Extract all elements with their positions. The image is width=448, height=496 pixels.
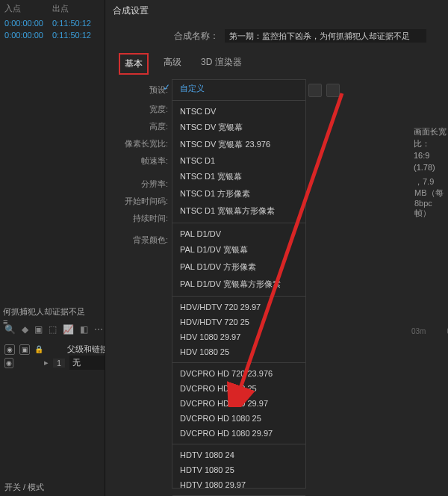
dropdown-item[interactable]: DVCPRO HD 720 25 (172, 381, 305, 396)
more-icon[interactable]: ⋯ (94, 324, 103, 335)
footer-toggle[interactable]: 开关 / 模式 (0, 479, 105, 496)
time-out: 0:11:50:12 (52, 19, 100, 28)
dropdown-separator (172, 296, 305, 297)
time-in: 0:00:00:00 (4, 19, 52, 28)
dropdown-item[interactable]: HDV 1080 25 (172, 344, 305, 359)
dropdown-item[interactable]: NTSC DV (172, 104, 305, 119)
tab-3d-renderer[interactable]: 3D 渲染器 (196, 53, 246, 75)
time-in: 0:00:00:00 (4, 31, 52, 40)
dropdown-item[interactable]: DVCPRO HD 1080 29.97 (172, 426, 305, 441)
eye-toggle[interactable]: ◉ (4, 358, 13, 368)
delete-preset-icon[interactable] (326, 84, 340, 97)
chevron-right-icon[interactable]: ▸ (44, 358, 49, 368)
dropdown-item-selected[interactable]: 自定义 (172, 80, 305, 97)
start-tc-label: 开始时间码: (116, 196, 174, 207)
dropdown-item[interactable]: DVCPRO HD 720 29.97 (172, 396, 305, 411)
preset-dropdown[interactable]: 自定义NTSC DVNTSC DV 宽银幕NTSC DV 宽银幕 23.976N… (172, 79, 306, 489)
dropdown-item[interactable]: NTSC D1 (172, 153, 305, 168)
comp-name-label: 合成名称： (174, 30, 219, 43)
outpoint-header: 出点 (52, 3, 100, 14)
dropdown-item[interactable]: DVCPRO HD 1080 25 (172, 411, 305, 426)
ruler-tick: 03m (411, 327, 426, 335)
resolution-info: ，7.9 MB（每 8bpc 帧） (414, 176, 448, 219)
bgcolor-label: 背景颜色: (116, 235, 174, 246)
dropdown-item[interactable]: HDV/HDTV 720 25 (172, 314, 305, 329)
dropdown-separator (172, 362, 305, 363)
width-label: 宽度: (116, 104, 174, 115)
duration-label: 持续时间: (116, 213, 174, 224)
dropdown-item[interactable]: NTSC D1 宽银幕方形像素 (172, 202, 305, 220)
comp-name-field: 合成名称： (174, 29, 448, 43)
dropdown-item[interactable]: NTSC DV 宽银幕 23.976 (172, 136, 305, 153)
fps-label: 帧速率: (116, 155, 174, 167)
time-out: 0:11:50:12 (52, 31, 100, 40)
save-preset-icon[interactable] (308, 84, 322, 97)
time-row[interactable]: 0:00:00:00 0:11:50:12 (0, 29, 105, 41)
dropdown-item[interactable]: NTSC D1 方形像素 (172, 185, 305, 202)
dropdown-separator (172, 444, 305, 444)
dropdown-item[interactable]: PAL D1/DV 宽银幕 (172, 241, 305, 258)
dropdown-item[interactable]: NTSC DV 宽银幕 (172, 119, 305, 136)
graph-icon[interactable]: 📈 (63, 324, 74, 335)
dropdown-item[interactable]: HDTV 1080 25 (172, 462, 305, 477)
comp-name-input[interactable] (225, 29, 426, 43)
tabs: 基本 高级 3D 渲染器 (119, 53, 448, 75)
screen-aspect-label: 画面长宽比： (414, 125, 448, 149)
aspect-label: 像素长宽比: (116, 138, 174, 149)
snap-icon[interactable]: ◧ (80, 324, 88, 335)
time-ruler: 03m 04m 05m 06m (411, 327, 447, 335)
search-icon[interactable]: 🔍 (4, 324, 16, 335)
height-label: 高度: (116, 121, 174, 132)
dropdown-item[interactable]: HDTV 1080 29.97 (172, 477, 305, 492)
screen-aspect: 画面长宽比： 16:9 (1.78) (414, 125, 448, 173)
left-panel: 入点 出点 0:00:00:00 0:11:50:12 0:00:00:00 0… (0, 0, 105, 496)
dropdown-item[interactable]: DVCPRO HD 720 23.976 (172, 366, 305, 381)
dropdown-item[interactable]: HDV/HDTV 720 29.97 (172, 300, 305, 314)
check-icon: ✓ (163, 82, 170, 93)
time-row[interactable]: 0:00:00:00 0:11:50:12 (0, 17, 105, 29)
eye-icon[interactable]: ◉ (4, 344, 15, 355)
dropdown-item[interactable]: NTSC D1 宽银幕 (172, 168, 305, 185)
dropdown-item[interactable]: PAL D1/DV 宽银幕方形像素 (172, 276, 305, 293)
resolution-label: 分辨率: (116, 179, 174, 190)
dropdown-item[interactable]: HDTV 1080 24 (172, 447, 305, 462)
inpoint-header: 入点 (4, 3, 52, 14)
solo-icon[interactable]: ▣ (19, 344, 30, 355)
dialog-title: 合成设置 (105, 0, 448, 22)
dropdown-separator (172, 100, 305, 101)
dropdown-item[interactable]: PAL D1/DV 方形像素 (172, 258, 305, 276)
dropdown-item[interactable]: HDV 1080 29.97 (172, 329, 305, 344)
fx-icon[interactable]: ⬚ (49, 324, 57, 335)
lock-icon[interactable]: 🔒 (34, 345, 43, 353)
dropdown-separator (172, 223, 305, 223)
dropdown-item[interactable]: PAL D1/DV (172, 226, 305, 241)
mask-icon[interactable]: ▣ (34, 324, 43, 335)
lp-header: 入点 出点 (0, 0, 105, 17)
screen-aspect-value: 16:9 (1.78) (414, 149, 448, 173)
tab-basic[interactable]: 基本 (119, 53, 149, 75)
tab-advanced[interactable]: 高级 (159, 53, 186, 75)
tag-icon[interactable]: ◆ (22, 324, 28, 335)
layer-number: 1 (53, 359, 65, 368)
